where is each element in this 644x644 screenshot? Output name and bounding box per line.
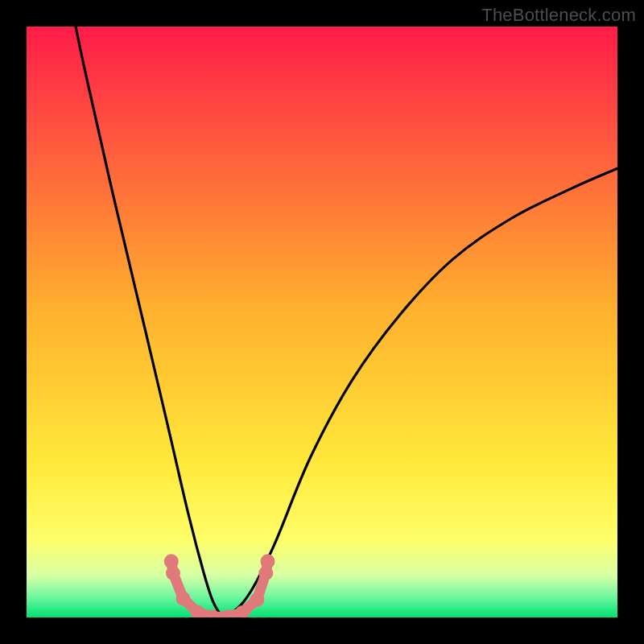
attribution-label: TheBottleneck.com (481, 5, 636, 26)
marker-dot (261, 554, 275, 568)
marker-dot (166, 566, 180, 580)
marker-dot (176, 592, 191, 606)
chart-stage: TheBottleneck.com (0, 0, 644, 644)
curve-left-branch (71, 27, 221, 614)
curve-markers (164, 554, 275, 617)
plot-area (27, 27, 617, 617)
curve-right-branch (221, 168, 617, 614)
curve-layer (27, 27, 617, 617)
bottleneck-curve (71, 27, 617, 614)
marker-dot (250, 592, 264, 607)
